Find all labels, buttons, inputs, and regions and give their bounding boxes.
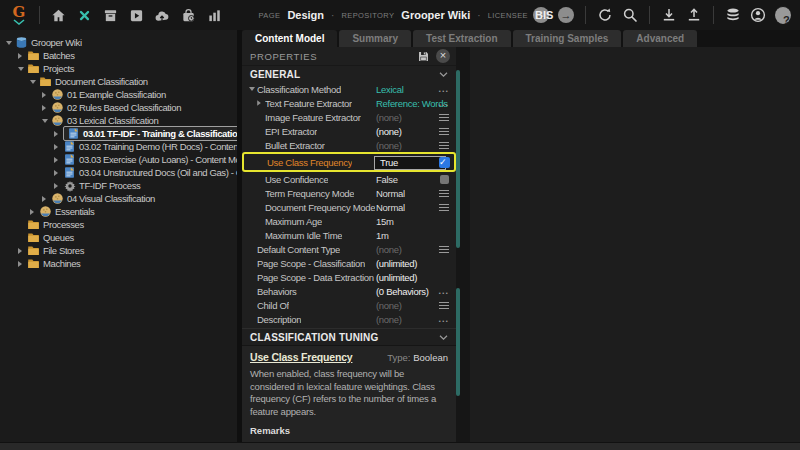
- dropdown-menu-icon[interactable]: [439, 204, 449, 211]
- property-value[interactable]: (0 Behaviors): [376, 286, 429, 297]
- property-row-description[interactable]: Description(none)...: [242, 312, 456, 326]
- property-value[interactable]: Lexical: [376, 84, 403, 95]
- property-row-bullet-extractor[interactable]: Bullet Extractor(none): [242, 138, 456, 152]
- property-row-page-scope-classification[interactable]: Page Scope - Classification(unlimited): [242, 256, 456, 270]
- page-value[interactable]: Design: [287, 9, 324, 21]
- home-icon[interactable]: [49, 6, 67, 24]
- tab-content-model[interactable]: Content Model: [242, 30, 337, 47]
- download-icon[interactable]: [660, 6, 678, 24]
- tree-item-03-03-exercise-auto-loans-content-model[interactable]: 03.03 Exercise (Auto Loans) - Content Mo…: [0, 153, 237, 166]
- repository-value[interactable]: Grooper Wiki: [401, 9, 470, 21]
- user-icon[interactable]: [749, 6, 767, 24]
- expander-icon[interactable]: [18, 261, 27, 267]
- tab-test-extraction[interactable]: Test Extraction: [413, 30, 511, 47]
- properties-scrollbar-thumb[interactable]: [456, 70, 460, 248]
- property-value[interactable]: Normal: [376, 188, 405, 199]
- property-row-term-frequency-mode[interactable]: Term Frequency ModeNormal: [242, 186, 456, 200]
- property-value-input[interactable]: True: [374, 156, 446, 170]
- property-row-use-class-frequency[interactable]: Use Class FrequencyTrue✓: [242, 152, 456, 172]
- property-value[interactable]: (unlimited): [376, 258, 417, 269]
- expander-icon[interactable]: [54, 183, 63, 189]
- dropdown-menu-icon[interactable]: [439, 246, 449, 253]
- property-row-child-of[interactable]: Child Of(none): [242, 298, 456, 312]
- tab-summary[interactable]: Summary: [339, 30, 411, 47]
- property-value[interactable]: (none): [376, 126, 402, 137]
- property-row-maximum-age[interactable]: Maximum Age15m: [242, 214, 456, 228]
- tree-item-02-rules-based-classification[interactable]: 02 Rules Based Classification: [0, 101, 237, 114]
- ellipsis-editor-icon[interactable]: ...: [438, 98, 449, 108]
- property-row-epi-extractor[interactable]: EPI Extractor(none): [242, 124, 456, 138]
- property-value[interactable]: False: [376, 174, 398, 185]
- expander-icon[interactable]: [42, 196, 51, 202]
- help-icon[interactable]: ?: [774, 6, 792, 24]
- tree-item-03-01-tf-idf-training-classification-bas[interactable]: 03.01 TF-IDF - Training & Classification…: [0, 127, 237, 140]
- property-row-image-feature-extractor[interactable]: Image Feature Extractor(none): [242, 110, 456, 124]
- expander-icon[interactable]: [18, 53, 27, 59]
- property-value[interactable]: (none): [376, 300, 402, 311]
- expander-icon[interactable]: [249, 87, 257, 91]
- expander-icon[interactable]: [257, 100, 265, 106]
- tree-item-grooper-wiki[interactable]: Grooper Wiki: [0, 36, 237, 49]
- expander-icon[interactable]: [42, 92, 51, 98]
- upload-icon[interactable]: [685, 6, 703, 24]
- section-general[interactable]: GENERAL: [242, 66, 456, 82]
- tree-item-batches[interactable]: Batches: [0, 49, 237, 62]
- expander-icon[interactable]: [54, 157, 63, 163]
- stats-icon[interactable]: [205, 6, 223, 24]
- expander-icon[interactable]: [54, 131, 63, 137]
- property-row-page-scope-data-extraction[interactable]: Page Scope - Data Extraction(unlimited): [242, 270, 456, 284]
- ellipsis-editor-icon[interactable]: ...: [438, 286, 449, 296]
- expander-icon[interactable]: [42, 119, 51, 123]
- tree-item-machines[interactable]: Machines: [0, 257, 237, 270]
- tree-item-essentials[interactable]: Essentials: [0, 205, 237, 218]
- dropdown-menu-icon[interactable]: [439, 302, 449, 309]
- checkbox-unchecked[interactable]: [440, 175, 449, 184]
- property-value[interactable]: (none): [376, 112, 402, 123]
- dropdown-menu-icon[interactable]: [439, 128, 449, 135]
- property-row-text-feature-extractor[interactable]: Text Feature ExtractorReference: Words..…: [242, 96, 456, 110]
- dropdown-menu-icon[interactable]: [439, 190, 449, 197]
- tasks-icon[interactable]: [127, 6, 145, 24]
- help-scrollbar-thumb[interactable]: [456, 288, 460, 396]
- forward-icon[interactable]: →: [557, 6, 575, 24]
- imports-icon[interactable]: [153, 6, 171, 24]
- ellipsis-editor-icon[interactable]: ...: [438, 84, 449, 94]
- property-row-classification-method[interactable]: Classification MethodLexical...: [242, 82, 456, 96]
- property-value[interactable]: 1m: [376, 230, 389, 241]
- ellipsis-editor-icon[interactable]: ...: [438, 314, 449, 324]
- property-value[interactable]: (none): [376, 314, 402, 325]
- batches-icon[interactable]: [101, 6, 119, 24]
- expander-icon[interactable]: [42, 105, 51, 111]
- tree-item-queues[interactable]: Queues: [0, 231, 237, 244]
- dropdown-menu-icon[interactable]: [439, 142, 449, 149]
- tab-advanced[interactable]: Advanced: [623, 30, 697, 47]
- property-row-default-content-type[interactable]: Default Content Type(none): [242, 242, 456, 256]
- design-tools-icon[interactable]: [75, 6, 93, 24]
- tree-item-file-stores[interactable]: File Stores: [0, 244, 237, 257]
- tree-item-04-visual-classification[interactable]: 04 Visual Classification: [0, 192, 237, 205]
- section-classification-tuning[interactable]: CLASSIFICATION TUNING: [242, 328, 456, 345]
- grooper-logo[interactable]: G: [8, 5, 30, 25]
- property-value[interactable]: (none): [376, 140, 402, 151]
- property-value[interactable]: 15m: [376, 216, 394, 227]
- property-value[interactable]: (unlimited): [376, 272, 417, 283]
- dropdown-menu-icon[interactable]: [439, 114, 449, 121]
- property-value[interactable]: Normal: [376, 202, 405, 213]
- tree-item-03-02-training-demo-hr-docs-content-mode[interactable]: 03.02 Training Demo (HR Docs) - Content …: [0, 140, 237, 153]
- tree-item-processes[interactable]: Processes: [0, 218, 237, 231]
- tree-item-01-example-classification[interactable]: 01 Example Classification: [0, 88, 237, 101]
- refresh-icon[interactable]: [596, 6, 614, 24]
- property-row-use-confidence[interactable]: Use ConfidenceFalse: [242, 172, 456, 186]
- checkbox-checked[interactable]: ✓: [439, 157, 450, 168]
- expander-icon[interactable]: [18, 248, 27, 254]
- tree-item-projects[interactable]: Projects: [0, 62, 237, 75]
- expander-icon[interactable]: [18, 67, 27, 71]
- property-row-behaviors[interactable]: Behaviors(0 Behaviors)...: [242, 284, 456, 298]
- expander-icon[interactable]: [30, 80, 39, 84]
- tree-item-03-04-unstructured-docs-oil-and-gas-cont[interactable]: 03.04 Unstructured Docs (Oil and Gas) - …: [0, 166, 237, 179]
- save-properties-icon[interactable]: [414, 47, 432, 65]
- property-value[interactable]: Reference: Words: [376, 98, 448, 109]
- tree-item-tf-idf-process[interactable]: TF-IDF Process: [0, 179, 237, 192]
- property-row-maximum-idle-time[interactable]: Maximum Idle Time1m: [242, 228, 456, 242]
- expander-icon[interactable]: [6, 41, 15, 45]
